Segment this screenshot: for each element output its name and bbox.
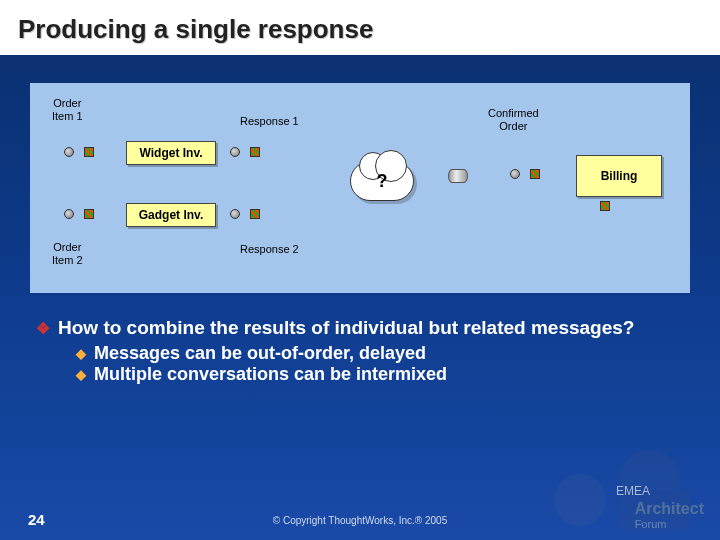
box-billing: Billing	[576, 155, 662, 197]
label-order-item-1: Order Item 1	[52, 97, 83, 122]
bullet-level-1: ❖ How to combine the results of individu…	[36, 317, 684, 339]
box-widget-inv: Widget Inv.	[126, 141, 216, 165]
bullet-list: ❖ How to combine the results of individu…	[36, 317, 684, 385]
channel-dot-icon	[230, 209, 240, 219]
box-widget-inv-label: Widget Inv.	[140, 146, 203, 160]
channel-dot-icon	[230, 147, 240, 157]
cylinder-icon	[448, 169, 468, 183]
message-hatch-icon	[250, 209, 260, 219]
channel-dot-icon	[64, 209, 74, 219]
message-hatch-icon	[600, 201, 610, 211]
bullet-sub2-text: Multiple conversations can be intermixed	[94, 364, 447, 385]
box-gadget-inv: Gadget Inv.	[126, 203, 216, 227]
bullet-level-2: ◆ Multiple conversations can be intermix…	[76, 364, 684, 385]
box-billing-label: Billing	[601, 169, 638, 183]
square-bullet-icon: ◆	[76, 367, 86, 385]
message-hatch-icon	[250, 147, 260, 157]
bullet-sub1-text: Messages can be out-of-order, delayed	[94, 343, 426, 364]
message-hatch-icon	[84, 147, 94, 157]
copyright-text: © Copyright ThoughtWorks, Inc.® 2005	[0, 515, 720, 526]
diamond-bullet-icon: ❖	[36, 319, 50, 339]
message-hatch-icon	[530, 169, 540, 179]
message-hatch-icon	[84, 209, 94, 219]
slide-title: Producing a single response	[18, 14, 702, 45]
box-gadget-inv-label: Gadget Inv.	[139, 208, 203, 222]
bullet-main-text: How to combine the results of individual…	[58, 317, 634, 339]
square-bullet-icon: ◆	[76, 346, 86, 364]
label-response-2: Response 2	[240, 243, 299, 256]
cloud-aggregator: ?	[350, 161, 414, 201]
label-order-item-2: Order Item 2	[52, 241, 83, 266]
diagram-panel: Order Item 1 Order Item 2 Response 1 Res…	[30, 83, 690, 293]
bullet-level-2: ◆ Messages can be out-of-order, delayed	[76, 343, 684, 364]
label-confirmed-order: Confirmed Order	[488, 107, 539, 132]
channel-dot-icon	[64, 147, 74, 157]
label-response-1: Response 1	[240, 115, 299, 128]
region-label: EMEA	[616, 484, 650, 498]
aggregator-question: ?	[377, 171, 388, 192]
title-bar: Producing a single response	[0, 0, 720, 55]
channel-dot-icon	[510, 169, 520, 179]
